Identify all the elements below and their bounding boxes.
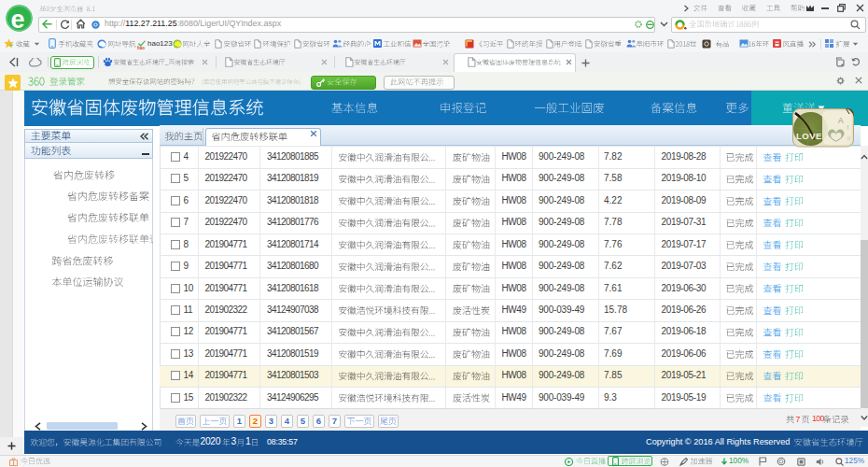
svg-text:e: e <box>11 6 25 34</box>
svg-text:A: A <box>838 116 844 125</box>
svg-text:!: ! <box>847 124 848 131</box>
svg-text:LOVE: LOVE <box>796 131 822 141</box>
